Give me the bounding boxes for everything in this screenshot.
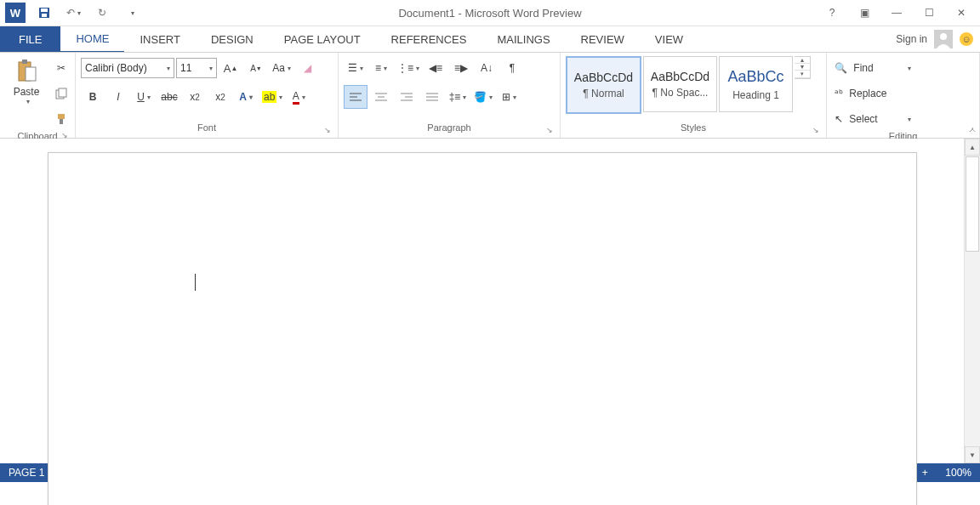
svg-rect-9 [58, 114, 65, 119]
tab-mailings[interactable]: MAILINGS [481, 26, 565, 52]
svg-rect-1 [41, 9, 48, 12]
align-left-icon[interactable] [344, 85, 368, 109]
style-no-spacing[interactable]: AaBbCcDd ¶ No Spac... [643, 56, 717, 112]
font-size-combo[interactable]: 11▾ [176, 58, 217, 78]
select-icon: ↖ [835, 113, 843, 125]
zoom-slider[interactable] [811, 472, 904, 474]
bold-button[interactable]: B [81, 85, 105, 109]
feedback-smiley-icon[interactable]: ☺ [960, 32, 973, 46]
superscript-button[interactable]: x2 [208, 85, 232, 109]
paste-icon [15, 59, 37, 84]
tab-pagelayout[interactable]: PAGE LAYOUT [269, 26, 376, 52]
cut-icon[interactable]: ✂ [49, 56, 73, 80]
ribbon-display-icon[interactable]: ▣ [849, 0, 880, 26]
text-effects-icon[interactable]: A▾ [234, 85, 258, 109]
vertical-scrollbar[interactable]: ▲ ▼ [964, 139, 980, 463]
zoom-level[interactable]: 100% [945, 467, 971, 479]
tab-file[interactable]: FILE [0, 26, 60, 52]
replace-button[interactable]: ᵃᵇ Replace [832, 82, 914, 105]
increase-indent-icon[interactable]: ≡▶ [449, 56, 473, 80]
decrease-indent-icon[interactable]: ◀≡ [424, 56, 447, 80]
subscript-button[interactable]: x2 [183, 85, 207, 109]
shading-icon[interactable]: 🪣▾ [471, 85, 495, 109]
scroll-up-icon[interactable]: ▲ [965, 139, 980, 156]
help-icon[interactable]: ? [817, 0, 847, 26]
sort-icon[interactable]: A↓ [475, 56, 499, 80]
underline-button[interactable]: U▾ [132, 85, 156, 109]
format-painter-icon[interactable] [49, 107, 73, 131]
maximize-icon[interactable]: ☐ [914, 0, 944, 26]
group-paragraph: ☰▾ ≡▾ ⋮≡▾ ◀≡ ≡▶ A↓ ¶ ‡≡▾ 🪣▾ ⊞▾ Paragraph… [339, 53, 561, 138]
multilevel-icon[interactable]: ⋮≡▾ [395, 56, 422, 80]
select-button[interactable]: ↖ Select▾ [832, 107, 914, 131]
find-icon: 🔍 [835, 62, 847, 74]
tab-view[interactable]: VIEW [640, 26, 698, 52]
copy-icon[interactable] [49, 82, 73, 105]
change-case-icon[interactable]: Aa▾ [270, 56, 293, 80]
highlight-icon[interactable]: ab▾ [259, 85, 285, 109]
italic-button[interactable]: I [106, 85, 130, 109]
scroll-thumb[interactable] [966, 156, 979, 252]
scroll-down-icon[interactable]: ▼ [965, 446, 980, 463]
shrink-font-icon[interactable]: A▼ [244, 56, 268, 80]
sign-in-label: Sign in [896, 33, 927, 45]
svg-rect-2 [42, 14, 47, 17]
tab-insert[interactable]: INSERT [124, 26, 195, 52]
align-right-icon[interactable] [395, 85, 419, 109]
group-font: Calibri (Body)▾ 11▾ A▲ A▼ Aa▾ ◢ B I U▾ a… [76, 53, 339, 138]
undo-icon[interactable]: ↶▾ [60, 0, 87, 26]
svg-rect-5 [22, 60, 27, 64]
ribbon: Paste ▾ ✂ Clipboard↘ Calibri (Body)▾ 11▾… [0, 52, 980, 139]
qat-customize-icon[interactable]: ▾ [117, 0, 145, 26]
save-icon[interactable] [31, 0, 58, 26]
svg-rect-10 [60, 119, 63, 124]
group-styles: AaBbCcDd ¶ Normal AaBbCcDd ¶ No Spac... … [561, 53, 827, 138]
paste-button[interactable]: Paste ▾ [5, 56, 48, 108]
line-spacing-icon[interactable]: ‡≡▾ [446, 85, 470, 109]
clear-formatting-icon[interactable]: ◢ [295, 56, 319, 80]
document-area: The Windows Club ▲ ▼ [0, 139, 980, 463]
font-color-icon[interactable]: A▾ [287, 85, 311, 109]
paragraph-label: Paragraph [427, 122, 470, 133]
sign-in[interactable]: Sign in ☺ [896, 26, 980, 52]
bullets-icon[interactable]: ☰▾ [344, 56, 368, 80]
justify-icon[interactable] [420, 85, 444, 109]
find-button[interactable]: 🔍 Find▾ [832, 56, 914, 80]
paste-label: Paste [14, 86, 40, 98]
text-cursor [195, 274, 196, 291]
grow-font-icon[interactable]: A▲ [219, 56, 242, 80]
minimize-icon[interactable]: — [881, 0, 912, 26]
ribbon-tabs: FILE HOME INSERT DESIGN PAGE LAYOUT REFE… [0, 26, 980, 52]
styles-launcher-icon[interactable]: ↘ [811, 126, 821, 136]
font-label: Font [197, 122, 216, 133]
redo-icon[interactable]: ↻ [88, 0, 116, 26]
tab-references[interactable]: REFERENCES [376, 26, 482, 52]
tab-design[interactable]: DESIGN [196, 26, 269, 52]
paragraph-launcher-icon[interactable]: ↘ [544, 126, 555, 136]
group-editing: 🔍 Find▾ ᵃᵇ Replace ↖ Select▾ Editing [827, 53, 980, 138]
page[interactable]: The Windows Club [48, 152, 917, 505]
zoom-in-icon[interactable]: + [914, 465, 935, 480]
svg-point-3 [940, 33, 947, 40]
style-heading1[interactable]: AaBbCc Heading 1 [719, 56, 793, 112]
tab-home[interactable]: HOME [60, 26, 124, 53]
styles-label: Styles [681, 122, 706, 133]
word-app-icon: W [5, 3, 26, 23]
collapse-ribbon-icon[interactable]: ㅅ [968, 124, 977, 136]
replace-icon: ᵃᵇ [835, 88, 843, 99]
svg-rect-8 [59, 88, 66, 97]
avatar-icon [934, 30, 953, 48]
svg-rect-6 [26, 67, 36, 81]
strikethrough-button[interactable]: abc [157, 85, 181, 109]
font-launcher-icon[interactable]: ↘ [322, 126, 333, 136]
borders-icon[interactable]: ⊞▾ [497, 85, 521, 109]
style-normal[interactable]: AaBbCcDd ¶ Normal [566, 56, 641, 114]
show-marks-icon[interactable]: ¶ [500, 56, 524, 80]
tab-review[interactable]: REVIEW [566, 26, 640, 52]
font-name-combo[interactable]: Calibri (Body)▾ [81, 58, 174, 78]
numbering-icon[interactable]: ≡▾ [369, 56, 393, 80]
close-icon[interactable]: ✕ [946, 0, 977, 26]
align-center-icon[interactable] [369, 85, 393, 109]
styles-gallery-more[interactable]: ▲▼▾ [795, 56, 811, 79]
quick-access-toolbar: ↶▾ ↻ ▾ [31, 0, 145, 26]
